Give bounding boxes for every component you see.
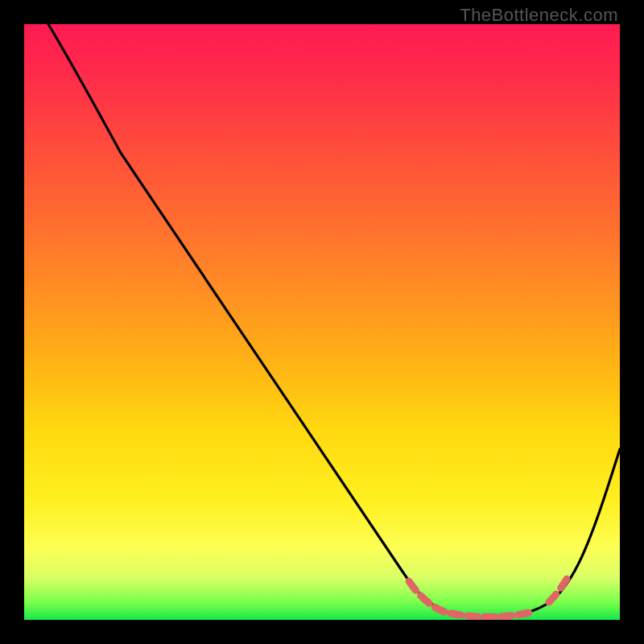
chart-frame <box>24 24 620 620</box>
chart-background-gradient <box>24 24 620 620</box>
attribution-text: TheBottleneck.com <box>460 5 618 26</box>
